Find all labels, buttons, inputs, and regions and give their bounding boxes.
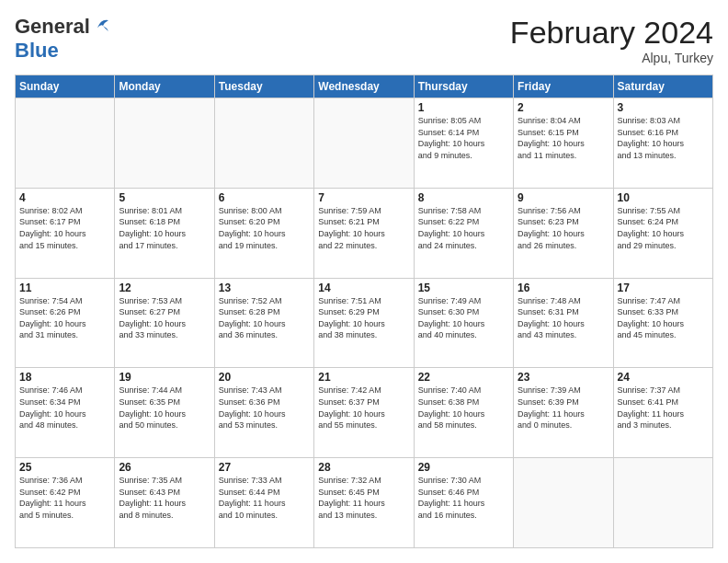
day-number: 17 [618, 282, 709, 294]
day-number: 5 [119, 191, 210, 204]
day-info: Sunrise: 7:59 AM Sunset: 6:21 PM Dayligh… [318, 205, 409, 251]
calendar-cell: 27Sunrise: 7:33 AM Sunset: 6:44 PM Dayli… [214, 458, 313, 548]
day-number: 20 [219, 371, 310, 384]
day-number: 25 [19, 461, 110, 474]
logo-bird-icon [92, 15, 112, 35]
title-block: February 2024 Alpu, Turkey [510, 15, 713, 65]
day-info: Sunrise: 7:42 AM Sunset: 6:37 PM Dayligh… [318, 385, 409, 431]
calendar-cell: 4Sunrise: 8:02 AM Sunset: 6:17 PM Daylig… [16, 188, 115, 278]
calendar-cell: 8Sunrise: 7:58 AM Sunset: 6:22 PM Daylig… [414, 188, 513, 278]
calendar-cell: 18Sunrise: 7:46 AM Sunset: 6:34 PM Dayli… [16, 368, 115, 458]
day-number: 16 [518, 282, 609, 294]
logo-blue: Blue [15, 39, 59, 63]
calendar-cell: 13Sunrise: 7:52 AM Sunset: 6:28 PM Dayli… [214, 278, 313, 368]
calendar-cell: 3Sunrise: 8:03 AM Sunset: 6:16 PM Daylig… [613, 98, 712, 189]
calendar-cell: 17Sunrise: 7:47 AM Sunset: 6:33 PM Dayli… [613, 278, 712, 368]
calendar-cell: 15Sunrise: 7:49 AM Sunset: 6:30 PM Dayli… [414, 278, 513, 368]
calendar-cell: 12Sunrise: 7:53 AM Sunset: 6:27 PM Dayli… [115, 278, 214, 368]
day-number: 8 [418, 191, 509, 204]
day-info: Sunrise: 7:32 AM Sunset: 6:45 PM Dayligh… [318, 475, 409, 521]
calendar-cell [16, 98, 115, 189]
week-row-4: 25Sunrise: 7:36 AM Sunset: 6:42 PM Dayli… [16, 458, 713, 548]
calendar-cell: 22Sunrise: 7:40 AM Sunset: 6:38 PM Dayli… [414, 368, 513, 458]
day-number: 12 [119, 282, 210, 294]
calendar-cell: 19Sunrise: 7:44 AM Sunset: 6:35 PM Dayli… [115, 368, 214, 458]
day-info: Sunrise: 8:01 AM Sunset: 6:18 PM Dayligh… [119, 205, 210, 251]
col-header-sunday: Sunday [16, 75, 115, 98]
day-number: 9 [518, 191, 609, 204]
day-info: Sunrise: 8:02 AM Sunset: 6:17 PM Dayligh… [19, 205, 110, 251]
day-info: Sunrise: 7:51 AM Sunset: 6:29 PM Dayligh… [318, 295, 409, 341]
day-info: Sunrise: 7:43 AM Sunset: 6:36 PM Dayligh… [219, 385, 310, 431]
day-number: 29 [418, 461, 509, 474]
logo-general: General [15, 15, 90, 39]
day-info: Sunrise: 7:54 AM Sunset: 6:26 PM Dayligh… [19, 295, 110, 341]
calendar-cell: 5Sunrise: 8:01 AM Sunset: 6:18 PM Daylig… [115, 188, 214, 278]
calendar-cell: 7Sunrise: 7:59 AM Sunset: 6:21 PM Daylig… [314, 188, 414, 278]
day-info: Sunrise: 8:00 AM Sunset: 6:20 PM Dayligh… [219, 205, 310, 251]
day-number: 1 [418, 101, 509, 114]
day-info: Sunrise: 7:48 AM Sunset: 6:31 PM Dayligh… [518, 295, 609, 341]
day-info: Sunrise: 7:46 AM Sunset: 6:34 PM Dayligh… [19, 385, 110, 431]
header: General Blue February 2024 Alpu, Turkey [15, 15, 713, 65]
calendar-header-row: SundayMondayTuesdayWednesdayThursdayFrid… [16, 75, 713, 98]
day-info: Sunrise: 7:58 AM Sunset: 6:22 PM Dayligh… [418, 205, 509, 251]
calendar-cell [115, 98, 214, 189]
calendar-cell: 24Sunrise: 7:37 AM Sunset: 6:41 PM Dayli… [613, 368, 712, 458]
day-info: Sunrise: 7:56 AM Sunset: 6:23 PM Dayligh… [518, 205, 609, 251]
week-row-1: 4Sunrise: 8:02 AM Sunset: 6:17 PM Daylig… [16, 188, 713, 278]
calendar-cell: 26Sunrise: 7:35 AM Sunset: 6:43 PM Dayli… [115, 458, 214, 548]
col-header-wednesday: Wednesday [314, 75, 414, 98]
calendar-cell [314, 98, 414, 189]
day-number: 26 [119, 461, 210, 474]
day-number: 3 [618, 101, 709, 114]
day-number: 23 [518, 371, 609, 384]
day-info: Sunrise: 7:52 AM Sunset: 6:28 PM Dayligh… [219, 295, 310, 341]
day-number: 27 [219, 461, 310, 474]
calendar-cell: 28Sunrise: 7:32 AM Sunset: 6:45 PM Dayli… [314, 458, 414, 548]
calendar-cell: 14Sunrise: 7:51 AM Sunset: 6:29 PM Dayli… [314, 278, 414, 368]
day-number: 28 [318, 461, 409, 474]
day-info: Sunrise: 7:30 AM Sunset: 6:46 PM Dayligh… [418, 475, 509, 521]
day-info: Sunrise: 8:03 AM Sunset: 6:16 PM Dayligh… [618, 115, 709, 161]
subtitle: Alpu, Turkey [510, 51, 713, 65]
day-info: Sunrise: 7:53 AM Sunset: 6:27 PM Dayligh… [119, 295, 210, 341]
week-row-0: 1Sunrise: 8:05 AM Sunset: 6:14 PM Daylig… [16, 98, 713, 189]
day-info: Sunrise: 7:55 AM Sunset: 6:24 PM Dayligh… [618, 205, 709, 251]
col-header-thursday: Thursday [414, 75, 513, 98]
day-info: Sunrise: 7:49 AM Sunset: 6:30 PM Dayligh… [418, 295, 509, 341]
calendar-cell: 10Sunrise: 7:55 AM Sunset: 6:24 PM Dayli… [613, 188, 712, 278]
calendar-cell: 16Sunrise: 7:48 AM Sunset: 6:31 PM Dayli… [514, 278, 613, 368]
col-header-tuesday: Tuesday [214, 75, 313, 98]
day-number: 7 [318, 191, 409, 204]
month-title: February 2024 [510, 15, 713, 51]
day-number: 13 [219, 282, 310, 294]
calendar-cell: 9Sunrise: 7:56 AM Sunset: 6:23 PM Daylig… [514, 188, 613, 278]
col-header-saturday: Saturday [613, 75, 712, 98]
day-info: Sunrise: 8:04 AM Sunset: 6:15 PM Dayligh… [518, 115, 609, 161]
calendar-cell: 6Sunrise: 8:00 AM Sunset: 6:20 PM Daylig… [214, 188, 313, 278]
calendar-cell: 11Sunrise: 7:54 AM Sunset: 6:26 PM Dayli… [16, 278, 115, 368]
col-header-friday: Friday [514, 75, 613, 98]
calendar-cell [613, 458, 712, 548]
calendar-cell: 25Sunrise: 7:36 AM Sunset: 6:42 PM Dayli… [16, 458, 115, 548]
day-number: 4 [19, 191, 110, 204]
day-number: 6 [219, 191, 310, 204]
week-row-2: 11Sunrise: 7:54 AM Sunset: 6:26 PM Dayli… [16, 278, 713, 368]
page: General Blue February 2024 Alpu, Turkey … [0, 0, 728, 563]
day-info: Sunrise: 8:05 AM Sunset: 6:14 PM Dayligh… [418, 115, 509, 161]
logo: General Blue [15, 15, 112, 63]
day-number: 14 [318, 282, 409, 294]
calendar-cell: 20Sunrise: 7:43 AM Sunset: 6:36 PM Dayli… [214, 368, 313, 458]
calendar-cell: 21Sunrise: 7:42 AM Sunset: 6:37 PM Dayli… [314, 368, 414, 458]
day-info: Sunrise: 7:33 AM Sunset: 6:44 PM Dayligh… [219, 475, 310, 521]
calendar-cell: 1Sunrise: 8:05 AM Sunset: 6:14 PM Daylig… [414, 98, 513, 189]
day-number: 19 [119, 371, 210, 384]
day-info: Sunrise: 7:36 AM Sunset: 6:42 PM Dayligh… [19, 475, 110, 521]
day-number: 21 [318, 371, 409, 384]
day-info: Sunrise: 7:37 AM Sunset: 6:41 PM Dayligh… [618, 385, 709, 431]
day-number: 10 [618, 191, 709, 204]
day-number: 24 [618, 371, 709, 384]
calendar-cell: 2Sunrise: 8:04 AM Sunset: 6:15 PM Daylig… [514, 98, 613, 189]
calendar-table: SundayMondayTuesdayWednesdayThursdayFrid… [15, 75, 713, 548]
